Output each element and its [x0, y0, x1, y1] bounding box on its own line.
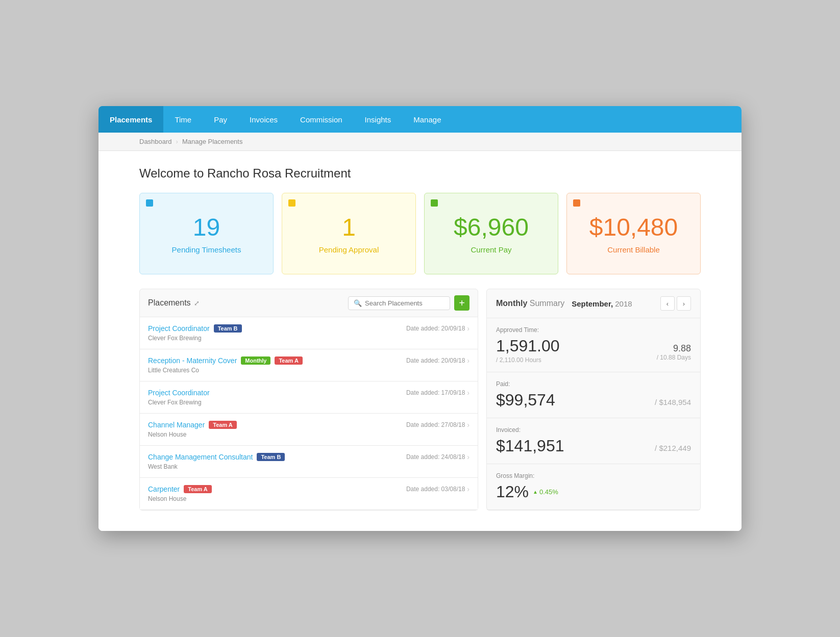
- placement-row[interactable]: Project Coordinator Team B Date added: 2…: [140, 317, 478, 349]
- nav-item-time[interactable]: Time: [163, 106, 203, 133]
- placement-name[interactable]: Project Coordinator: [148, 389, 210, 397]
- chevron-right-icon: ›: [467, 389, 470, 397]
- placement-row[interactable]: Carpenter Team A Date added: 03/08/18 › …: [140, 478, 478, 510]
- placement-row-left: Project Coordinator Team B: [148, 324, 242, 333]
- placements-title-text: Placements: [148, 298, 191, 308]
- search-box: 🔍: [348, 296, 450, 310]
- search-icon: 🔍: [354, 299, 362, 307]
- card-indicator-green: [431, 199, 438, 207]
- invoiced-secondary: / $212,449: [655, 444, 691, 455]
- approved-time-left: 1,591.00 / 2,110.00 Hours: [496, 337, 560, 364]
- stat-value-timesheets: 19: [193, 213, 220, 241]
- placement-row[interactable]: Reception - Maternity Cover Monthly Team…: [140, 349, 478, 381]
- nav-item-pay[interactable]: Pay: [203, 106, 238, 133]
- placement-company: Little Creatures Co: [148, 367, 470, 374]
- placement-date: Date added: 17/09/18 ›: [406, 389, 470, 397]
- external-link-icon[interactable]: ⤢: [194, 299, 200, 307]
- stat-label-pay: Current Pay: [471, 245, 511, 254]
- paid-row: $99,574 / $148,954: [496, 391, 691, 410]
- placement-row[interactable]: Change Management Consultant Team B Date…: [140, 446, 478, 478]
- stat-label-approval: Pending Approval: [319, 245, 379, 254]
- placement-name[interactable]: Reception - Maternity Cover: [148, 356, 237, 365]
- main-content: Welcome to Rancho Rosa Recruitment 19 Pe…: [98, 151, 742, 531]
- placements-panel: Placements ⤢ 🔍 + Proj: [139, 289, 478, 511]
- search-placements-input[interactable]: [365, 299, 444, 307]
- placement-row-top: Carpenter Team A Date added: 03/08/18 ›: [148, 485, 470, 493]
- placement-company: Clever Fox Brewing: [148, 399, 470, 406]
- stat-label-timesheets: Pending Timesheets: [172, 245, 241, 254]
- summary-section-gross-margin: Gross Margin: 12% ▲ 0.45%: [487, 464, 700, 510]
- breadcrumb-manage-placements[interactable]: Manage Placements: [182, 138, 243, 145]
- nav-bar: Placements Time Pay Invoices Commission …: [98, 106, 742, 133]
- trend-up-icon: ▲: [533, 489, 538, 495]
- stat-cards: 19 Pending Timesheets 1 Pending Approval…: [139, 193, 701, 274]
- placement-company: West Bank: [148, 463, 470, 470]
- card-indicator-yellow: [288, 199, 295, 207]
- placement-row[interactable]: Channel Manager Team A Date added: 27/08…: [140, 414, 478, 446]
- nav-item-insights[interactable]: Insights: [354, 106, 403, 133]
- next-month-button[interactable]: ›: [677, 296, 691, 311]
- add-placement-button[interactable]: +: [454, 295, 470, 311]
- breadcrumb-dashboard[interactable]: Dashboard: [139, 138, 172, 145]
- breadcrumb-separator: ›: [176, 138, 178, 145]
- placement-date: Date added: 24/08/18 ›: [406, 453, 470, 461]
- gross-margin-trend: ▲ 0.45%: [533, 488, 558, 496]
- paid-secondary: / $148,954: [655, 398, 691, 410]
- stat-card-current-billable[interactable]: $10,480 Current Billable: [566, 193, 701, 274]
- stat-card-pending-timesheets[interactable]: 19 Pending Timesheets: [139, 193, 274, 274]
- prev-month-button[interactable]: ‹: [660, 296, 675, 311]
- invoiced-row: $141,951 / $212,449: [496, 437, 691, 455]
- card-indicator-orange: [573, 199, 580, 207]
- panel-header-right: 🔍 +: [348, 295, 470, 311]
- paid-value: $99,574: [496, 391, 555, 410]
- gross-margin-value: 12%: [496, 482, 529, 501]
- placement-row-left: Reception - Maternity Cover Monthly Team…: [148, 356, 303, 365]
- placement-row-top: Reception - Maternity Cover Monthly Team…: [148, 356, 470, 365]
- placement-company: Nelson House: [148, 495, 470, 502]
- panel-header: Placements ⤢ 🔍 +: [140, 289, 478, 317]
- summary-month: September, 2018: [564, 299, 660, 308]
- placement-tag: Team A: [184, 485, 212, 493]
- nav-item-invoices[interactable]: Invoices: [238, 106, 289, 133]
- placement-name[interactable]: Change Management Consultant: [148, 453, 253, 461]
- stat-card-pending-approval[interactable]: 1 Pending Approval: [282, 193, 416, 274]
- placement-row[interactable]: Project Coordinator Date added: 17/09/18…: [140, 381, 478, 414]
- chevron-right-icon: ›: [467, 324, 470, 333]
- gross-margin-row: 12% ▲ 0.45%: [496, 482, 691, 501]
- placement-tag-monthly: Monthly: [241, 356, 270, 365]
- placement-name[interactable]: Carpenter: [148, 485, 180, 493]
- placement-row-top: Channel Manager Team A Date added: 27/08…: [148, 421, 470, 429]
- summary-section-paid: Paid: $99,574 / $148,954: [487, 372, 700, 418]
- approved-time-right: 9.88 / 10.88 Days: [657, 343, 691, 361]
- summary-header: Monthly Summary September, 2018 ‹ ›: [487, 289, 700, 318]
- approved-days-value: 9.88: [657, 343, 691, 354]
- placement-row-left: Change Management Consultant Team B: [148, 453, 285, 461]
- chevron-right-icon: ›: [467, 453, 470, 461]
- placement-company: Nelson House: [148, 431, 470, 438]
- placement-date: Date added: 20/09/18 ›: [406, 356, 470, 365]
- chevron-right-icon: ›: [467, 485, 470, 493]
- summary-panel: Monthly Summary September, 2018 ‹ › Appr…: [486, 289, 701, 511]
- placement-tag: Team B: [214, 324, 242, 333]
- summary-section-invoiced: Invoiced: $141,951 / $212,449: [487, 418, 700, 464]
- nav-item-manage[interactable]: Manage: [402, 106, 452, 133]
- chevron-right-icon: ›: [467, 356, 470, 365]
- placement-company: Clever Fox Brewing: [148, 335, 470, 342]
- nav-item-commission[interactable]: Commission: [289, 106, 354, 133]
- stat-label-billable: Current Billable: [607, 245, 660, 254]
- nav-item-placements[interactable]: Placements: [98, 106, 163, 133]
- invoiced-label: Invoiced:: [496, 426, 691, 434]
- placement-row-left: Channel Manager Team A: [148, 421, 237, 429]
- stat-card-current-pay[interactable]: $6,960 Current Pay: [424, 193, 558, 274]
- placement-tag: Team A: [209, 421, 237, 429]
- summary-section-approved-time: Approved Time: 1,591.00 / 2,110.00 Hours…: [487, 318, 700, 372]
- approved-days-sub: / 10.88 Days: [657, 354, 691, 361]
- stat-value-approval: 1: [342, 213, 356, 241]
- summary-title: Monthly Summary: [496, 299, 564, 308]
- approved-time-label: Approved Time:: [496, 326, 691, 334]
- placement-date: Date added: 03/08/18 ›: [406, 485, 470, 493]
- placement-name[interactable]: Project Coordinator: [148, 324, 210, 333]
- placement-date: Date added: 27/08/18 ›: [406, 421, 470, 429]
- placement-row-top: Change Management Consultant Team B Date…: [148, 453, 470, 461]
- placement-name[interactable]: Channel Manager: [148, 421, 205, 429]
